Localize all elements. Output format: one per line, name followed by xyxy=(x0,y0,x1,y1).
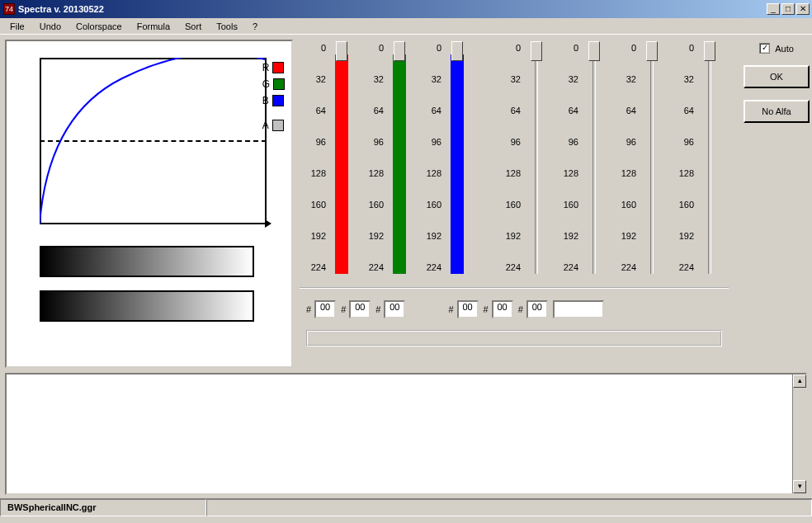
hex-input[interactable]: 00 xyxy=(384,300,405,318)
legend-a[interactable]: A xyxy=(262,120,285,131)
tick-label: 64 xyxy=(511,106,521,115)
tick-label: 128 xyxy=(679,168,694,178)
tick-label: 128 xyxy=(427,168,441,178)
scroll-up-icon[interactable]: ▴ xyxy=(793,375,806,388)
slider-column: 0326496128160192224 xyxy=(613,40,671,279)
slider-track[interactable] xyxy=(389,40,410,279)
tick-label: 192 xyxy=(369,231,384,241)
hex-group: #00 xyxy=(484,300,513,318)
tick-label: 160 xyxy=(564,200,578,210)
tick-label: 128 xyxy=(311,168,326,178)
menubar: File Undo Colorspace Formula Sort Tools … xyxy=(0,18,812,35)
output-pane[interactable]: ▴ ▾ xyxy=(5,373,807,495)
menu-file[interactable]: File xyxy=(3,20,31,33)
hex-group: #00 xyxy=(306,300,336,318)
tick-label: 0 xyxy=(437,43,441,53)
hex-input[interactable]: 00 xyxy=(526,300,548,318)
swatch-blue xyxy=(272,95,284,106)
tick-label: 224 xyxy=(621,262,636,272)
slider-ticks: 0326496128160192224 xyxy=(418,40,445,279)
tick-label: 32 xyxy=(626,74,636,84)
auto-checkbox-row[interactable]: ✓ Auto xyxy=(759,43,794,54)
auto-checkbox[interactable]: ✓ xyxy=(759,43,770,54)
tick-label: 32 xyxy=(316,74,326,84)
scroll-down-icon[interactable]: ▾ xyxy=(793,480,806,493)
slider-track[interactable] xyxy=(641,40,663,279)
curve-panel: R G B A xyxy=(5,40,293,368)
color-preview xyxy=(553,300,604,318)
tick-label: 64 xyxy=(432,106,441,115)
vertical-scrollbar[interactable]: ▴ ▾ xyxy=(792,375,805,493)
hash-label: # xyxy=(448,304,453,314)
hex-input[interactable]: 00 xyxy=(457,300,479,318)
slider-ticks: 0326496128160192224 xyxy=(361,40,387,279)
hex-input[interactable]: 00 xyxy=(349,300,371,318)
slider-track[interactable] xyxy=(583,40,605,279)
slider-track[interactable] xyxy=(699,40,720,279)
tick-label: 64 xyxy=(684,106,694,115)
hex-input[interactable]: 00 xyxy=(492,300,513,318)
slider-thumb[interactable] xyxy=(394,41,405,61)
slider-thumb[interactable] xyxy=(646,41,658,61)
swatch-alpha xyxy=(272,120,284,131)
tick-label: 160 xyxy=(311,200,326,210)
tick-label: 96 xyxy=(569,137,578,147)
menu-tools[interactable]: Tools xyxy=(210,20,244,33)
tick-label: 96 xyxy=(511,137,521,147)
slider-thumb[interactable] xyxy=(336,41,347,61)
curve-line xyxy=(40,58,267,224)
menu-colorspace[interactable]: Colorspace xyxy=(69,20,129,33)
tick-label: 32 xyxy=(432,74,441,84)
slider-track[interactable] xyxy=(526,40,547,279)
tick-label: 96 xyxy=(684,137,694,147)
tick-label: 0 xyxy=(689,43,694,53)
hash-label: # xyxy=(484,304,489,314)
slider-track[interactable] xyxy=(331,40,352,279)
slider-ticks: 0326496128160192224 xyxy=(555,40,582,279)
menu-formula[interactable]: Formula xyxy=(130,20,177,33)
tick-label: 192 xyxy=(679,231,694,241)
noalfa-button[interactable]: No Alfa xyxy=(744,100,810,123)
legend-r[interactable]: R xyxy=(262,62,285,73)
close-button[interactable]: ✕ xyxy=(796,3,810,15)
slider-thumb[interactable] xyxy=(531,41,542,61)
status-spacer xyxy=(206,499,812,516)
tick-label: 0 xyxy=(574,43,578,53)
slider-thumb[interactable] xyxy=(451,41,463,61)
hex-input[interactable]: 00 xyxy=(314,300,336,318)
status-groove xyxy=(306,330,722,346)
minimize-button[interactable]: _ xyxy=(767,3,780,15)
tick-label: 0 xyxy=(321,43,326,53)
tick-label: 192 xyxy=(427,231,441,241)
menu-help[interactable]: ? xyxy=(246,20,264,33)
tick-label: 64 xyxy=(626,106,636,115)
curve-plot[interactable] xyxy=(40,58,267,233)
gradient-preview-bottom xyxy=(40,290,254,322)
slider-ticks: 0326496128160192224 xyxy=(303,40,329,279)
tick-label: 0 xyxy=(631,43,636,53)
tick-label: 32 xyxy=(374,74,384,84)
tick-label: 160 xyxy=(369,200,384,210)
slider-thumb[interactable] xyxy=(704,41,715,61)
slider-ticks: 0326496128160192224 xyxy=(498,40,524,279)
tick-label: 64 xyxy=(569,106,578,115)
tick-label: 64 xyxy=(374,106,384,115)
app-icon: 74 xyxy=(3,3,15,15)
legend-b[interactable]: B xyxy=(262,95,285,106)
slider-track[interactable] xyxy=(446,40,468,279)
maximize-button[interactable]: □ xyxy=(781,3,795,15)
menu-undo[interactable]: Undo xyxy=(33,20,68,33)
tick-label: 96 xyxy=(432,137,441,147)
slider-thumb[interactable] xyxy=(588,41,600,61)
hex-group: #00 xyxy=(341,300,371,318)
tick-label: 224 xyxy=(506,262,521,272)
ok-button[interactable]: OK xyxy=(744,65,810,88)
hash-label: # xyxy=(341,304,346,314)
tick-label: 96 xyxy=(316,137,326,147)
tick-label: 128 xyxy=(621,168,636,178)
menu-sort[interactable]: Sort xyxy=(178,20,208,33)
legend-g[interactable]: G xyxy=(262,78,285,90)
channel-legend: R G B A xyxy=(262,62,285,131)
hex-area: #00#00#00#00#00#00 xyxy=(300,287,729,325)
tick-label: 192 xyxy=(506,231,521,241)
